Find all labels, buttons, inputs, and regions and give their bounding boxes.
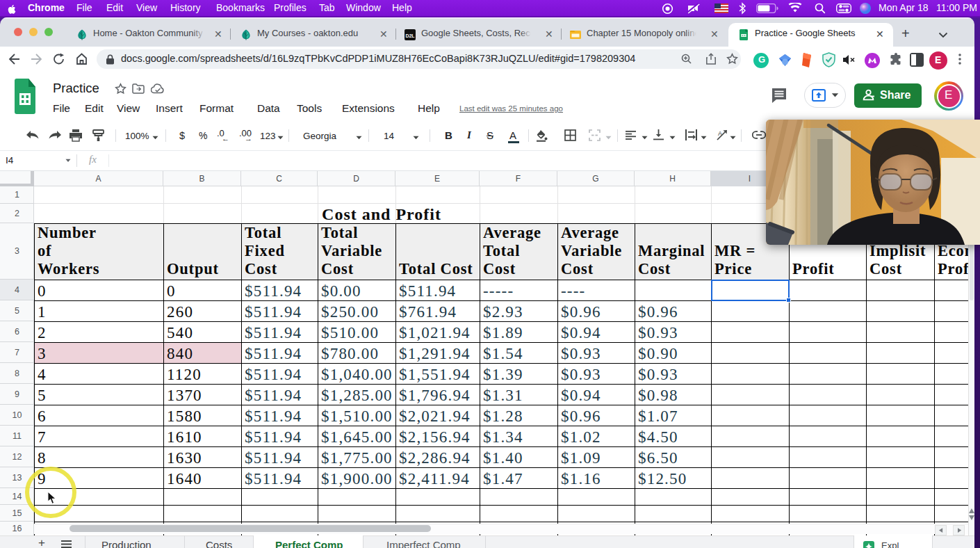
svg-text:D2L: D2L — [405, 33, 415, 38]
svg-text:A: A — [718, 130, 722, 137]
